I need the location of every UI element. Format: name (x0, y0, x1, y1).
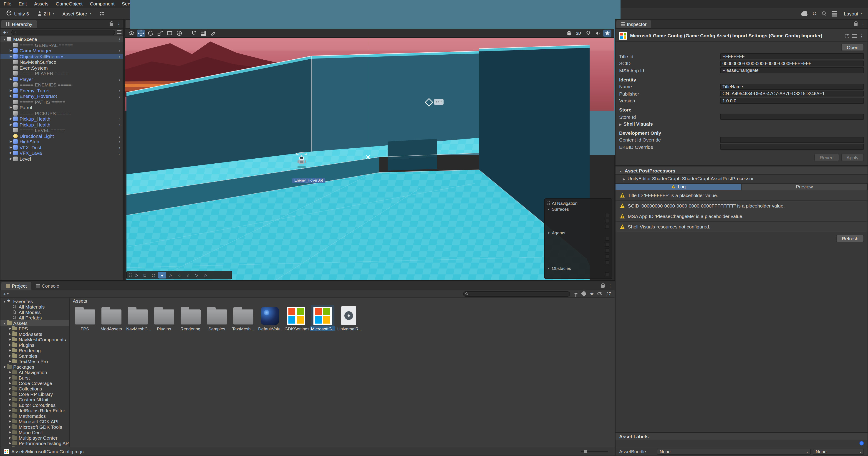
expand-arrow-icon[interactable]: ▶ (9, 89, 13, 92)
apply-button[interactable]: Apply (841, 154, 864, 161)
asset-store-button[interactable]: Asset Store (61, 10, 93, 17)
hierarchy-row[interactable]: ▶ Player (0, 76, 123, 82)
prefab-chevron-icon[interactable] (117, 88, 122, 93)
prefab-chevron-icon[interactable] (117, 54, 122, 59)
project-tree-row[interactable]: ▶ Editor Coroutines (0, 402, 69, 408)
search-by-type-icon[interactable] (574, 293, 579, 295)
lock-icon[interactable] (601, 285, 604, 287)
unity-version-button[interactable]: Unity 6 (4, 9, 31, 18)
kebab-icon[interactable] (859, 33, 864, 39)
asset-labels-header[interactable]: Asset Labels (616, 432, 868, 439)
hierarchy-search-input[interactable] (20, 30, 113, 35)
asset-item[interactable]: Samples (204, 305, 230, 331)
expand-arrow-icon[interactable]: ▶ (8, 398, 12, 401)
expand-arrow-icon[interactable]: ▶ (8, 409, 12, 412)
2d-toggle[interactable]: 2D (575, 29, 583, 37)
project-search[interactable] (463, 291, 570, 297)
hierarchy-row[interactable]: EventSystem (0, 65, 123, 70)
add-label-icon[interactable] (859, 441, 864, 446)
expand-arrow-icon[interactable]: ▶ (8, 420, 12, 423)
expand-arrow-icon[interactable]: ▼ (2, 38, 7, 41)
menu-item[interactable]: Edit (15, 0, 30, 8)
open-button[interactable]: Open (841, 44, 864, 51)
enemy-hoverbot-label[interactable]: Enemy_HoverBot (292, 178, 325, 183)
menu-item[interactable]: Assets (30, 0, 52, 8)
project-tree-row[interactable]: All Models (0, 309, 69, 315)
project-tree-row[interactable]: ▶ JetBrains Rider Editor (0, 408, 69, 413)
gizmo-overlay-icon[interactable]: ● (158, 272, 166, 278)
expand-arrow-icon[interactable]: ▶ (8, 403, 12, 407)
nav-section-title[interactable]: Surfaces (545, 206, 612, 212)
hierarchy-row[interactable]: NavMeshSurface (0, 59, 123, 65)
search-by-label-icon[interactable] (581, 291, 587, 297)
grid-tool-icon[interactable] (199, 29, 208, 37)
menu-item[interactable]: File (0, 0, 15, 8)
asset-item[interactable]: DefaultVolu... (256, 305, 282, 331)
hierarchy-row[interactable]: ▶ Patrol (0, 105, 123, 110)
prefab-chevron-icon[interactable] (117, 145, 122, 150)
hierarchy-row[interactable]: ▶ Level (0, 156, 123, 161)
prefab-chevron-icon[interactable] (117, 93, 122, 99)
nav-option-checkbox[interactable] (605, 254, 609, 259)
search-icon[interactable] (822, 11, 827, 16)
cloud-icon[interactable] (801, 13, 807, 16)
asset-item[interactable]: FPS (72, 305, 98, 331)
asset-item[interactable]: MicrosoftG... (309, 305, 335, 331)
rotate-overlay-icon[interactable]: ▽ (193, 272, 200, 278)
project-tree-row[interactable]: ▶ Collections (0, 386, 69, 391)
hidden-packages-icon[interactable] (597, 292, 602, 295)
project-tree-row[interactable]: ▼ Packages (0, 364, 69, 369)
project-tree-row[interactable]: ▶ Multiplayer Center (0, 435, 69, 440)
tab-hierarchy[interactable]: Hierarchy (1, 20, 37, 28)
expand-arrow-icon[interactable]: ▶ (8, 382, 12, 385)
tab-inspector[interactable]: Inspector (616, 20, 651, 28)
expand-arrow-icon[interactable]: ▼ (2, 300, 7, 303)
add-gameobject-button[interactable]: + (2, 29, 9, 35)
ai-navigation-overlay[interactable]: AI Navigation Surfaces (544, 199, 612, 279)
frame-overlay-icon[interactable]: △ (167, 272, 175, 278)
expand-arrow-icon[interactable]: ▶ (8, 348, 12, 352)
hierarchy-row[interactable]: ===== LEVEL ===== (0, 127, 123, 133)
project-tree-row[interactable]: ▶ Samples (0, 353, 69, 359)
hierarchy-search[interactable] (11, 29, 115, 35)
asset-item[interactable]: GDKSettings (283, 305, 309, 331)
nav-option-checkbox[interactable] (605, 248, 609, 252)
hierarchy-row[interactable]: ▼ MainScene (0, 36, 123, 42)
project-tree-row[interactable]: ▶ TextMesh Pro (0, 359, 69, 364)
project-tree-row[interactable]: ▶ AI Navigation (0, 369, 69, 375)
publisher-input[interactable] (720, 91, 864, 97)
nav-section-title[interactable]: Obstacles (545, 265, 612, 271)
audio-toggle-icon[interactable] (594, 29, 602, 37)
expand-arrow-icon[interactable]: ▶ (9, 117, 13, 121)
scene-viewport[interactable]: Enemy_HoverBot AI Navigation Surfaces (125, 38, 614, 280)
expand-arrow-icon[interactable]: ▶ (8, 442, 12, 445)
hierarchy-row[interactable]: ▶ GameManager (0, 48, 123, 54)
hierarchy-filter-icon[interactable] (117, 30, 121, 34)
layers-icon[interactable] (832, 11, 837, 16)
shading-mode-icon[interactable] (565, 29, 573, 37)
expand-arrow-icon[interactable]: ▶ (8, 436, 12, 439)
prefab-chevron-icon[interactable] (117, 133, 122, 139)
prefab-chevron-icon[interactable] (117, 48, 122, 54)
prefab-chevron-icon[interactable] (117, 122, 122, 127)
version-input[interactable] (720, 98, 864, 104)
project-search-input[interactable] (471, 291, 568, 296)
project-tree-row[interactable]: ▶ Microsoft GDK Tools (0, 424, 69, 430)
nav-option-checkbox[interactable] (605, 272, 609, 276)
expand-arrow-icon[interactable]: ▶ (8, 354, 12, 358)
hierarchy-row[interactable]: ▶ VFX_Dust (0, 145, 123, 150)
asset-item[interactable]: TextMesh... (230, 305, 256, 331)
layout-dropdown[interactable]: Layout (842, 10, 864, 17)
expand-arrow-icon[interactable]: ▶ (8, 360, 12, 363)
project-tree-row[interactable]: ▶ Custom NUnit (0, 397, 69, 402)
nav-option-checkbox[interactable] (605, 260, 609, 265)
prefab-chevron-icon[interactable] (117, 150, 122, 156)
project-tree-row[interactable]: All Materials (0, 304, 69, 309)
project-tree-row[interactable]: ▶ Mathematics (0, 413, 69, 419)
zoom-overlay-icon[interactable]: ○ (176, 272, 183, 278)
orbit-overlay-icon[interactable]: ◎ (150, 272, 157, 278)
expand-arrow-icon[interactable]: ▶ (8, 332, 12, 336)
project-tree-row[interactable]: All Prefabs (0, 315, 69, 321)
expand-arrow-icon[interactable]: ▶ (8, 343, 12, 347)
hierarchy-row[interactable]: ===== PICKUPS ===== (0, 110, 123, 116)
